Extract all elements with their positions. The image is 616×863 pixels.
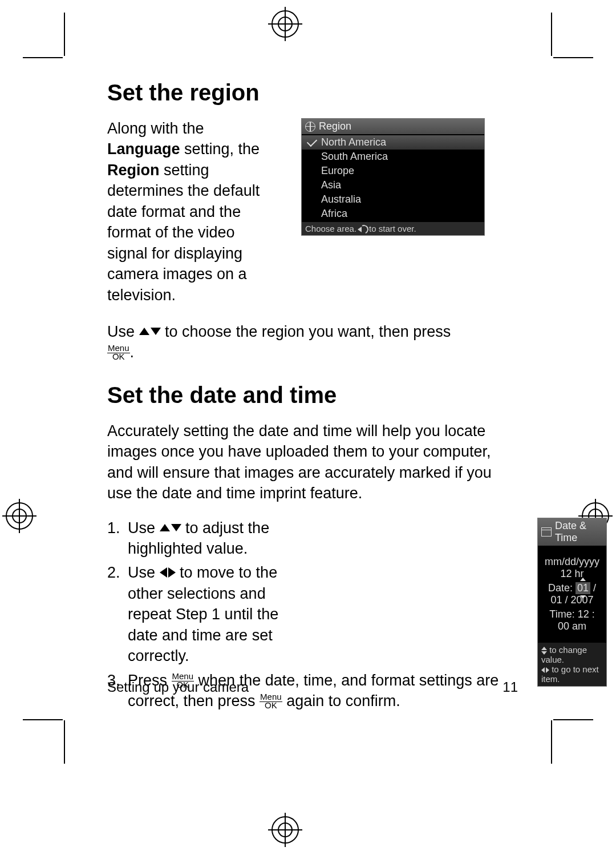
step-2: Use to move to the other selections and … — [124, 562, 521, 666]
option-label: South America — [321, 151, 388, 162]
ok-text: OK — [265, 700, 277, 710]
region-screen: Region North America South America Europ… — [301, 118, 485, 236]
datetime-screen-title: Date & Time — [538, 518, 606, 546]
registration-mark-icon — [271, 816, 299, 844]
text: setting determines the default date form… — [107, 162, 260, 304]
crop-mark — [64, 13, 65, 56]
datetime-screen: Date & Time mm/dd/yyyy 12 hr Date: 01 / … — [537, 518, 607, 687]
crop-mark — [553, 57, 593, 58]
globe-icon — [305, 122, 315, 132]
highlighted-value[interactable]: 01 — [576, 582, 590, 594]
use-region-line: Use to choose the region you want, then … — [107, 321, 518, 363]
up-down-small-icon — [541, 647, 547, 655]
datetime-screen-body: mm/dd/yyyy 12 hr Date: 01 / 01 / 2007 Ti… — [538, 546, 606, 643]
status-text: to start over. — [369, 224, 416, 233]
footer-text: Setting up your camera — [107, 679, 249, 695]
status-text: Choose area. — [305, 224, 356, 233]
title-text: Date & Time — [555, 520, 603, 544]
region-option[interactable]: Australia — [302, 192, 484, 207]
region-screen-title: Region — [302, 119, 484, 134]
text: Along with the — [107, 120, 204, 137]
step-1: Use to adjust the highlighted value. — [124, 518, 521, 559]
region-status: Choose area. to start over. — [302, 222, 484, 235]
page: Set the region Along with the Language s… — [0, 0, 616, 863]
crop-mark — [64, 720, 65, 764]
region-option[interactable]: Europe — [302, 164, 484, 178]
left-right-small-icon — [541, 667, 549, 673]
text: . — [130, 344, 135, 361]
text: to choose the region you want, then pres… — [165, 323, 451, 340]
content: Set the region Along with the Language s… — [107, 80, 518, 715]
date-label: Date: — [548, 582, 576, 594]
option-label: Australia — [321, 193, 361, 205]
crop-mark — [553, 719, 593, 720]
format-line: mm/dd/yyyy 12 hr — [545, 556, 599, 580]
option-label: Africa — [321, 208, 347, 219]
region-option[interactable]: South America — [302, 150, 484, 164]
registration-mark-icon — [271, 10, 299, 38]
region-option[interactable]: North America — [302, 135, 484, 150]
region-options: North America South America Europe Asia … — [302, 134, 484, 222]
text: Use — [128, 564, 160, 581]
time-line: Time: 12 : 00 am — [545, 608, 599, 632]
heading-set-region: Set the region — [107, 80, 518, 106]
text-bold: Language — [107, 140, 180, 158]
region-paragraph: Along with the Language setting, the Reg… — [107, 118, 278, 305]
crop-mark — [23, 719, 63, 720]
option-label: North America — [321, 136, 386, 148]
left-right-icon — [160, 567, 176, 578]
calendar-icon — [541, 527, 552, 537]
title-text: Region — [319, 120, 351, 132]
page-number: 11 — [502, 679, 518, 695]
datetime-intro: Accurately setting the date and time wil… — [107, 421, 518, 504]
up-down-icon — [139, 328, 161, 335]
datetime-status: to change value. to go to next item. — [538, 643, 606, 686]
region-row: Along with the Language setting, the Reg… — [107, 118, 518, 305]
registration-mark-icon — [6, 502, 33, 530]
hl-text: 01 — [577, 582, 589, 594]
ok-text: OK — [112, 352, 125, 361]
crop-mark — [551, 720, 552, 764]
text: Use — [107, 323, 139, 340]
page-footer: Setting up your camera 11 — [107, 679, 518, 695]
region-option[interactable]: Asia — [302, 178, 484, 192]
option-label: Asia — [321, 179, 341, 191]
status-text: to change value. — [541, 645, 587, 664]
menu-ok-icon: Menu OK — [107, 344, 130, 361]
date-line: Date: 01 / 01 / 2007 — [545, 582, 599, 606]
back-icon — [359, 225, 367, 233]
text-bold: Region — [107, 162, 160, 179]
option-label: Europe — [321, 165, 354, 176]
text: setting, the — [180, 140, 260, 158]
up-down-icon — [160, 524, 181, 531]
heading-set-datetime: Set the date and time — [107, 382, 518, 408]
region-option[interactable]: Africa — [302, 207, 484, 221]
crop-mark — [551, 13, 552, 56]
crop-mark — [23, 57, 63, 58]
check-icon — [307, 136, 317, 147]
text: Use — [128, 519, 160, 537]
status-text: to go to next item. — [541, 664, 599, 684]
